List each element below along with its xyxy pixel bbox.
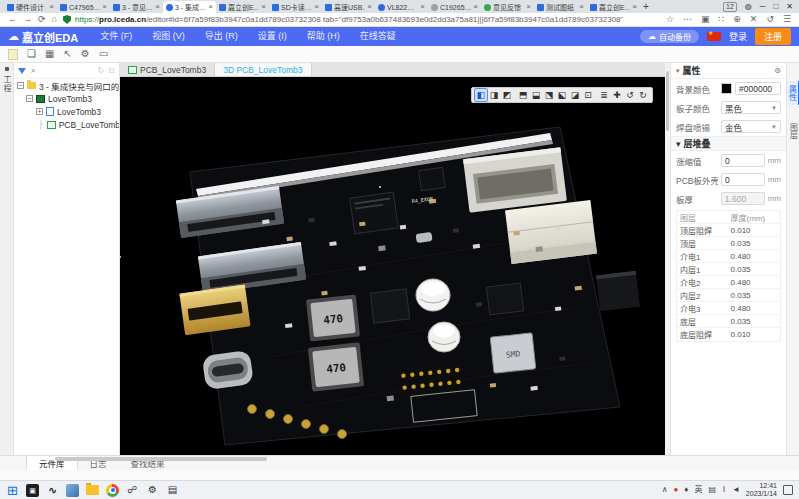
pinned-app-photos[interactable] bbox=[66, 484, 79, 497]
doc-tab-pcb[interactable]: PCB_LoveTomb3 bbox=[120, 63, 215, 76]
tab-close-icon[interactable]: × bbox=[102, 3, 107, 11]
tab-close-icon[interactable]: × bbox=[473, 3, 478, 11]
table-row[interactable]: 介电30.480 bbox=[677, 302, 780, 315]
tab-close-icon[interactable]: × bbox=[579, 3, 584, 11]
tab-close-icon[interactable]: × bbox=[155, 3, 160, 11]
view-left-button[interactable]: ⬔ bbox=[543, 89, 555, 101]
pad-finish-select[interactable]: 金色▼ bbox=[721, 120, 781, 133]
keyboard-icon[interactable]: ▤ bbox=[708, 486, 716, 494]
fit-view-button[interactable]: ✚ bbox=[611, 89, 623, 101]
menu-help[interactable]: 帮助 (H) bbox=[299, 27, 348, 46]
expander-icon[interactable]: − bbox=[26, 95, 33, 102]
expander-icon[interactable]: − bbox=[17, 82, 24, 89]
view-bottom-button[interactable]: ◩ bbox=[501, 89, 513, 101]
chrome-icon[interactable] bbox=[106, 484, 119, 497]
color-swatch[interactable] bbox=[721, 83, 732, 94]
notification-center-icon[interactable] bbox=[783, 485, 793, 495]
collapse-icon[interactable]: ⊟ bbox=[108, 67, 115, 75]
table-row[interactable]: 介电10.480 bbox=[677, 250, 780, 263]
tab-close-icon[interactable]: × bbox=[420, 3, 425, 11]
table-row[interactable]: 底层阻焊0.010 bbox=[677, 328, 780, 341]
pinned-app-dark[interactable]: ▣ bbox=[26, 484, 39, 497]
ime-language-indicator[interactable]: 英 bbox=[694, 486, 702, 494]
tree-node-project[interactable]: − 3 - 集成快充与网口的超高速USB3... bbox=[14, 79, 119, 92]
save-icon[interactable]: ❏ bbox=[27, 49, 36, 59]
view-nw-button[interactable]: ⊡ bbox=[582, 89, 594, 101]
browser-tab[interactable]: 测试图纸× bbox=[534, 1, 587, 13]
cloud-backup-pill[interactable]: ☁自动备份 bbox=[640, 30, 699, 43]
new-tab-button[interactable]: + bbox=[640, 1, 652, 13]
pinned-app-person[interactable]: ☍ bbox=[126, 484, 139, 497]
background-color-input[interactable]: #000000 bbox=[735, 82, 781, 95]
pinned-app-misc[interactable]: ▤ bbox=[166, 484, 179, 497]
browser-tab[interactable]: 嘉立创E…× bbox=[216, 1, 269, 13]
table-row[interactable]: 顶层0.035 bbox=[677, 237, 780, 250]
wifi-icon[interactable]: ⌇ bbox=[722, 486, 726, 494]
maximize-button[interactable]: □ bbox=[773, 3, 778, 11]
settings-gear-icon[interactable]: ⚙ bbox=[146, 484, 159, 497]
register-button[interactable]: 注册 bbox=[755, 28, 791, 45]
login-link[interactable]: 登录 bbox=[729, 30, 747, 43]
browser-tab[interactable]: C19265…× bbox=[428, 1, 481, 13]
tab-close-icon[interactable]: × bbox=[526, 3, 531, 11]
browser-tab[interactable]: 硬件设计× bbox=[4, 1, 57, 13]
back-icon[interactable]: ← bbox=[8, 15, 17, 24]
view-right-button[interactable]: ⬕ bbox=[556, 89, 568, 101]
menu-icon[interactable]: ☰ bbox=[783, 15, 791, 24]
table-row[interactable]: 底层0.035 bbox=[677, 315, 780, 328]
project-dock-tab[interactable]: 工程 bbox=[1, 75, 12, 93]
shrink-input[interactable]: 0 bbox=[721, 154, 765, 167]
horizontal-scrollbar[interactable] bbox=[55, 457, 267, 461]
expander-icon[interactable]: + bbox=[36, 108, 43, 115]
stackup-section-header[interactable]: ▾ 层堆叠 bbox=[671, 136, 786, 151]
tree-node-board[interactable]: − LoveTomb3 bbox=[14, 92, 119, 105]
bookmark-star-icon[interactable]: ☆ bbox=[666, 15, 674, 24]
cursor-icon[interactable]: ↖ bbox=[63, 49, 71, 59]
view-front-button[interactable]: ⬒ bbox=[517, 89, 529, 101]
tray-app-icon[interactable]: ● bbox=[674, 486, 679, 494]
filter-icon[interactable] bbox=[18, 68, 26, 74]
cut-icon[interactable]: ✕ bbox=[750, 15, 758, 24]
refresh-icon[interactable]: ↻ bbox=[98, 67, 105, 75]
pin-panel-icon[interactable]: ⊙ bbox=[774, 66, 781, 75]
browser-tab[interactable]: 3 - 意见…× bbox=[110, 1, 163, 13]
search-icon[interactable]: ⌕ bbox=[31, 66, 36, 75]
view-back-button[interactable]: ⬓ bbox=[530, 89, 542, 101]
taskbar-clock[interactable]: 12:41 2023/1/14 bbox=[746, 482, 777, 499]
volume-icon[interactable]: ◄ bbox=[732, 486, 740, 494]
menu-export[interactable]: 导出 (R) bbox=[197, 27, 246, 46]
tree-node-pcb[interactable]: ├ PCB_LoveTomb3 bbox=[14, 118, 119, 131]
table-row[interactable]: 内层20.035 bbox=[677, 289, 780, 302]
properties-header[interactable]: ▾ 属性 ⊙ bbox=[671, 63, 786, 79]
doc-tab-3d-active[interactable]: 3D PCB_LoveTomb3 bbox=[215, 63, 311, 76]
tree-node-schematic[interactable]: + LoveTomb3 bbox=[14, 105, 119, 118]
3d-viewport[interactable]: 470 470 SMD bbox=[120, 77, 665, 455]
more-icon[interactable]: ⋯ bbox=[683, 15, 692, 24]
view-ne-button[interactable]: ◪ bbox=[569, 89, 581, 101]
tab-close-icon[interactable]: × bbox=[367, 3, 372, 11]
scrollbar-thumb[interactable] bbox=[666, 71, 669, 131]
menu-file[interactable]: 文件 (F) bbox=[92, 27, 140, 46]
view-isometric-button[interactable]: ◧ bbox=[475, 89, 487, 101]
gear-icon[interactable]: ⚙ bbox=[81, 49, 90, 59]
browser-tab[interactable]: 意见反馈× bbox=[481, 1, 534, 13]
display-icon[interactable]: ▭ bbox=[99, 49, 108, 59]
tray-expand-icon[interactable]: ∧ bbox=[662, 486, 668, 494]
pinned-app-wave[interactable]: ∿ bbox=[46, 484, 59, 497]
profile-avatar[interactable]: ◍ bbox=[745, 3, 752, 11]
apps-grid-icon[interactable]: ∷ bbox=[719, 15, 725, 24]
browser-tab[interactable]: 嘉立创E…× bbox=[587, 1, 640, 13]
tab-close-icon[interactable]: × bbox=[208, 3, 213, 11]
pin-icon[interactable]: ⊕ bbox=[733, 15, 741, 24]
address-bar[interactable]: https://pro.lceda.cn/editor#id=6f7a59f83… bbox=[63, 15, 660, 24]
browser-tab[interactable]: SD卡读…× bbox=[269, 1, 322, 13]
forward-icon[interactable]: → bbox=[23, 15, 32, 24]
image-export-icon[interactable]: ▦ bbox=[45, 49, 54, 59]
language-flag-icon[interactable] bbox=[707, 32, 721, 41]
collapse-caret-icon[interactable]: ▾ bbox=[676, 67, 680, 75]
dock-tab-properties[interactable]: 属性 bbox=[787, 81, 799, 105]
browser-tab[interactable]: C47965…× bbox=[57, 1, 110, 13]
shell-gap-input[interactable]: 0 bbox=[721, 173, 765, 186]
browser-tab[interactable]: 高速USB…× bbox=[322, 1, 375, 13]
microphone-icon[interactable]: ♦ bbox=[684, 486, 688, 494]
